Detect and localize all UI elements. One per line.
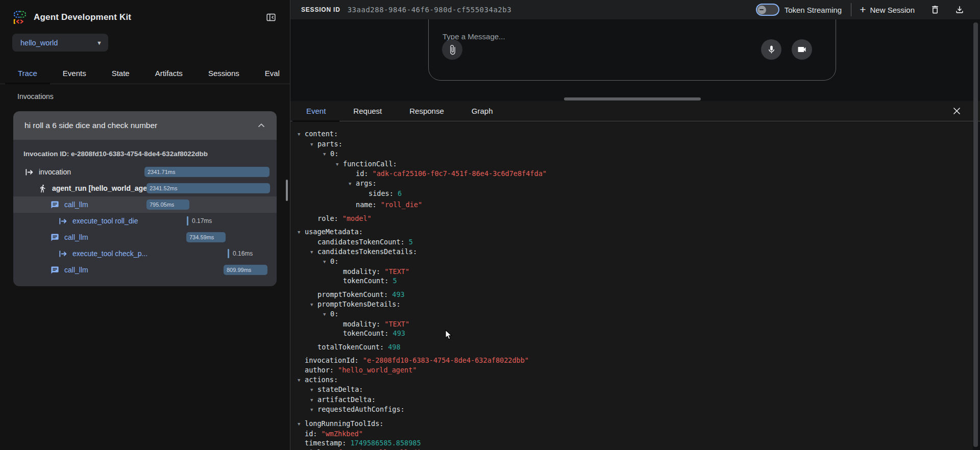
json-key: timestamp: (305, 439, 346, 447)
message-input-box[interactable]: Type a Message... (428, 19, 836, 81)
json-value: 5 (388, 277, 397, 285)
delete-session-button[interactable] (930, 5, 940, 15)
app-title: Agent Development Kit (34, 12, 131, 22)
json-collapse-arrow-icon[interactable]: ▼ (298, 228, 305, 237)
close-detail-panel-icon[interactable] (952, 106, 962, 116)
trace-duration-text: 0.17ms (192, 217, 212, 224)
json-node: author: "hello_world_agent" (298, 365, 973, 375)
trace-span-label: invocation (39, 168, 71, 176)
trace-span-row[interactable]: agent_run [hello_world_agent]2341.52ms (13, 180, 277, 196)
json-collapse-arrow-icon[interactable]: ▼ (349, 179, 356, 189)
json-collapse-arrow-icon[interactable]: ▼ (298, 376, 305, 385)
json-key: 0: (330, 257, 338, 265)
json-key: artifactDelta: (317, 395, 376, 404)
attach-file-button[interactable] (442, 39, 462, 60)
trace-span-row[interactable]: execute_tool check_p...0.16ms (13, 245, 277, 262)
json-key: longRunningToolIds: (305, 419, 383, 428)
new-session-button[interactable]: + New Session (860, 5, 915, 14)
trace-span-row[interactable]: call_llm734.59ms (13, 229, 277, 245)
json-node: modality: "TEXT" (298, 319, 973, 329)
sidebar-tab-eval[interactable]: Eval (252, 63, 292, 84)
trace-span-row[interactable]: call_llm795.05ms (13, 196, 277, 213)
json-key: requestedAuthConfigs: (317, 405, 405, 413)
detail-tab-response[interactable]: Response (396, 101, 458, 121)
plus-icon: + (860, 5, 866, 14)
detail-tab-graph[interactable]: Graph (458, 101, 507, 121)
app-select-dropdown[interactable]: hello_world ▼ (12, 34, 108, 52)
collapse-sidebar-icon[interactable] (265, 12, 277, 23)
json-value: "TEXT" (380, 320, 409, 328)
json-node: ▼longRunningToolIds: (298, 419, 973, 429)
sidebar-tab-events[interactable]: Events (50, 63, 99, 84)
json-collapse-arrow-icon[interactable]: ▼ (310, 395, 317, 405)
detail-tab-event[interactable]: Event (292, 101, 339, 121)
json-node: promptTokenCount: 493 (298, 290, 973, 299)
json-value: 493 (388, 329, 405, 337)
json-node: role: "model" (298, 214, 973, 223)
trace-span-row[interactable]: invocation2341.71ms (13, 164, 277, 180)
json-value: "wmZhkbed" (317, 430, 362, 438)
json-key: modality: (343, 320, 380, 328)
enter-arrow-icon (23, 168, 35, 177)
json-node: ▼0: (298, 149, 973, 159)
json-collapse-arrow-icon[interactable]: ▼ (298, 130, 305, 139)
json-collapse-arrow-icon[interactable]: ▼ (310, 405, 317, 415)
detail-tab-request[interactable]: Request (339, 101, 396, 121)
token-streaming-toggle[interactable] (756, 4, 779, 16)
sidebar-tab-state[interactable]: State (99, 63, 142, 84)
json-collapse-arrow-icon[interactable]: ▼ (323, 149, 330, 159)
chevron-up-icon[interactable] (256, 120, 266, 131)
json-collapse-arrow-icon[interactable]: ▼ (310, 385, 317, 395)
selected-app-name: hello_world (20, 39, 58, 47)
json-key: invocationId: (305, 356, 359, 364)
trace-duration-bar: 809.99ms (224, 265, 267, 275)
json-key: promptTokenCount: (317, 290, 388, 298)
json-collapse-arrow-icon[interactable]: ▼ (298, 419, 305, 429)
json-node: sides: 6 (298, 189, 973, 198)
json-node: tokenCount: 5 (298, 276, 973, 286)
json-collapse-arrow-icon[interactable]: ▼ (310, 247, 317, 257)
enter-arrow-icon (57, 217, 68, 226)
session-id-value: 33aad288-9846-46f6-980d-cf555034a2b3 (348, 6, 511, 14)
json-collapse-arrow-icon[interactable]: ▼ (310, 140, 317, 149)
microphone-button[interactable] (761, 39, 781, 60)
json-collapse-arrow-icon[interactable]: ▼ (323, 257, 330, 267)
json-collapse-arrow-icon[interactable]: ▼ (323, 310, 330, 319)
json-collapse-arrow-icon[interactable]: ▼ (336, 160, 343, 169)
json-node: invocationId: "e-2808fd10-6383-4754-8de4… (298, 356, 973, 365)
invocation-prompt-header[interactable]: hi roll a 6 side dice and check number (13, 111, 277, 140)
json-node: ▼stateDelta: (298, 385, 973, 395)
json-node: candidatesTokenCount: 5 (298, 237, 973, 247)
json-node: name: "roll_die" (298, 200, 973, 210)
json-value: 493 (388, 290, 405, 298)
trace-span-row[interactable]: execute_tool roll_die0.17ms (13, 213, 277, 229)
json-key: args: (356, 179, 377, 187)
horizontal-scrollbar-thumb[interactable] (564, 97, 701, 101)
json-value: 498 (384, 343, 401, 351)
json-collapse-arrow-icon[interactable]: ▼ (310, 300, 317, 310)
sidebar-tab-bar: TraceEventsStateArtifactsSessionsEval (0, 63, 290, 84)
toggle-knob (757, 6, 766, 14)
json-node: modality: "TEXT" (298, 267, 973, 277)
json-key: totalTokenCount: (317, 343, 384, 351)
export-session-button[interactable] (954, 5, 965, 15)
sidebar-scrollbar-thumb[interactable] (286, 180, 288, 201)
video-button[interactable] (792, 39, 812, 60)
header-divider (851, 3, 851, 16)
json-node: ▼functionCall: (298, 159, 973, 169)
json-key: functionCall: (343, 160, 397, 168)
chat-icon (49, 233, 60, 242)
sidebar-tab-sessions[interactable]: Sessions (195, 63, 252, 84)
trace-duration-bar: 2341.71ms (144, 167, 270, 177)
sidebar-header: Agent Development Kit (0, 0, 290, 27)
json-node: totalTokenCount: 498 (298, 342, 973, 352)
sidebar-tab-artifacts[interactable]: Artifacts (142, 63, 195, 84)
vertical-scrollbar-thumb[interactable] (973, 22, 978, 447)
sidebar-tab-trace[interactable]: Trace (5, 63, 50, 84)
trace-span-label: execute_tool roll_die (72, 217, 138, 225)
json-node: ▼candidatesTokensDetails: (298, 247, 973, 257)
trace-span-row[interactable]: call_llm809.99ms (13, 262, 277, 278)
json-node: ▼args: (298, 179, 973, 189)
json-node: ▼parts: (298, 139, 973, 149)
trace-span-label: call_llm (64, 233, 88, 241)
